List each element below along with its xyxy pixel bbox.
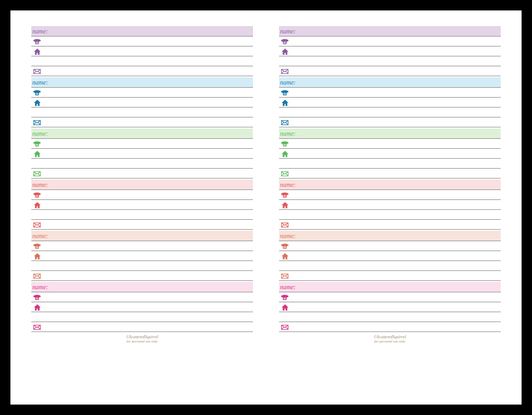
address-field[interactable]	[31, 46, 253, 56]
phone-field[interactable]	[31, 292, 253, 302]
name-field[interactable]: name:	[31, 231, 253, 241]
name-field[interactable]: name:	[31, 77, 253, 88]
phone-field[interactable]	[31, 139, 253, 149]
mail-icon	[32, 67, 42, 75]
phone-field[interactable]	[31, 88, 253, 98]
phone-field[interactable]	[279, 292, 501, 302]
address-field-2[interactable]	[31, 210, 253, 220]
home-icon	[32, 201, 42, 209]
address-field-2[interactable]	[31, 261, 253, 271]
column-left: name:name:name:name:name:name:©Scattered…	[31, 26, 253, 399]
mail-icon	[280, 221, 289, 229]
address-field[interactable]	[31, 98, 253, 108]
contact-entry: name:	[31, 180, 253, 230]
address-field[interactable]	[279, 149, 501, 159]
name-field[interactable]: name:	[279, 180, 501, 190]
contact-entry: name:	[31, 128, 253, 179]
email-field[interactable]	[31, 271, 253, 281]
address-field-2[interactable]	[279, 56, 501, 66]
address-field-2[interactable]	[279, 210, 501, 220]
phone-icon	[32, 191, 42, 199]
contact-entry: name:	[279, 282, 501, 332]
address-field-2[interactable]	[279, 159, 501, 169]
svg-rect-19	[39, 142, 41, 143]
svg-point-52	[284, 93, 285, 94]
address-field[interactable]	[31, 251, 253, 261]
mail-icon	[280, 118, 289, 126]
name-field[interactable]: name:	[31, 26, 253, 37]
phone-field[interactable]	[31, 241, 253, 251]
address-field-2[interactable]	[279, 312, 501, 322]
address-field[interactable]	[279, 46, 501, 56]
svg-point-66	[284, 195, 285, 196]
email-field[interactable]	[31, 322, 253, 332]
name-field[interactable]: name:	[31, 282, 253, 292]
address-field-2[interactable]	[31, 108, 253, 117]
contact-entry: name:	[279, 180, 501, 230]
email-field[interactable]	[279, 169, 501, 179]
home-icon	[280, 48, 289, 55]
name-field[interactable]: name:	[279, 77, 501, 88]
svg-rect-53	[281, 91, 283, 92]
name-field[interactable]: name:	[31, 180, 253, 190]
svg-rect-39	[33, 295, 35, 297]
address-field[interactable]	[279, 251, 501, 261]
home-icon	[32, 252, 42, 260]
address-field-2[interactable]	[279, 261, 501, 271]
contact-entry: name:	[279, 26, 501, 76]
home-icon	[280, 303, 289, 311]
address-field-2[interactable]	[31, 312, 253, 322]
email-field[interactable]	[279, 220, 501, 230]
phone-field[interactable]	[279, 139, 501, 149]
email-field[interactable]	[31, 117, 253, 127]
svg-rect-11	[33, 91, 35, 92]
name-field[interactable]: name:	[279, 231, 501, 241]
mail-icon	[32, 272, 42, 280]
phone-field[interactable]	[279, 190, 501, 200]
email-field[interactable]	[31, 220, 253, 230]
svg-rect-82	[287, 295, 288, 297]
svg-point-45	[284, 42, 285, 43]
email-field[interactable]	[31, 66, 253, 76]
address-field-2[interactable]	[31, 56, 253, 66]
phone-field[interactable]	[31, 190, 253, 200]
phone-field[interactable]	[279, 37, 501, 46]
svg-rect-12	[39, 91, 41, 92]
phone-icon	[280, 191, 289, 199]
name-field[interactable]: name:	[31, 128, 253, 139]
address-field-2[interactable]	[31, 159, 253, 169]
mail-icon	[280, 323, 289, 331]
address-field[interactable]	[31, 149, 253, 159]
name-field[interactable]: name:	[279, 282, 501, 292]
svg-rect-81	[281, 295, 283, 297]
svg-point-3	[37, 42, 38, 43]
mail-icon	[32, 118, 42, 126]
footer-credit: ©ScatteredSquirrelfor personal use only	[279, 335, 501, 343]
address-field[interactable]	[279, 98, 501, 108]
email-field[interactable]	[279, 66, 501, 76]
contact-entry: name:	[31, 26, 253, 76]
phone-field[interactable]	[31, 37, 253, 46]
address-field-2[interactable]	[279, 108, 501, 117]
svg-rect-40	[39, 295, 41, 297]
email-field[interactable]	[279, 322, 501, 332]
name-field[interactable]: name:	[279, 128, 501, 139]
phone-field[interactable]	[279, 88, 501, 98]
name-field[interactable]: name:	[279, 26, 501, 37]
svg-rect-74	[281, 244, 283, 245]
svg-rect-46	[281, 40, 283, 41]
email-field[interactable]	[279, 271, 501, 281]
address-field[interactable]	[279, 200, 501, 210]
contact-entry: name:	[279, 128, 501, 179]
address-field[interactable]	[279, 302, 501, 312]
address-field[interactable]	[31, 302, 253, 312]
phone-icon	[280, 242, 289, 250]
mail-icon	[280, 170, 289, 177]
footer-credit: ©ScatteredSquirrelfor personal use only	[31, 335, 253, 343]
email-field[interactable]	[31, 169, 253, 179]
home-icon	[32, 303, 42, 311]
phone-icon	[32, 38, 42, 45]
address-field[interactable]	[31, 200, 253, 210]
email-field[interactable]	[279, 117, 501, 127]
phone-field[interactable]	[279, 241, 501, 251]
